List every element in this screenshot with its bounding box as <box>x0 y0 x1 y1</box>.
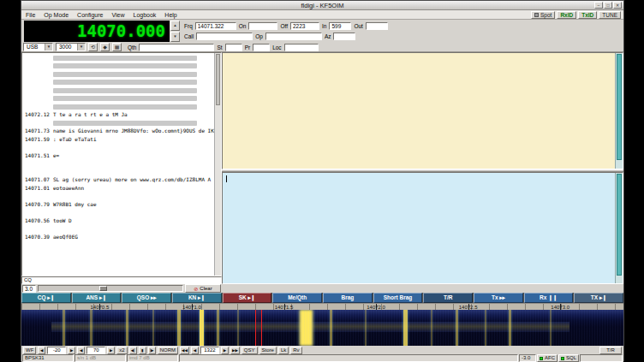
menu-logbook[interactable]: Logbook <box>128 12 160 18</box>
shift-left-button[interactable]: ◀| <box>129 347 137 354</box>
tx-rx-button[interactable]: T/R <box>599 347 622 354</box>
lock-tx-freq-button[interactable]: Lk <box>278 347 289 354</box>
waterfall[interactable] <box>21 310 623 346</box>
macro-button-5[interactable]: SK ▸❙ <box>223 293 272 303</box>
afc-toggle[interactable]: AFC <box>537 354 558 362</box>
signal-browser[interactable]: 14072.12T te a ra t rt e a tM Ja14071.73… <box>21 52 222 276</box>
menu-file[interactable]: File <box>21 12 39 18</box>
wf-mode-button[interactable]: WF <box>23 347 36 354</box>
maximize-button[interactable]: □ <box>604 2 612 9</box>
browser-row[interactable]: 14071.01eotoaeeAnn <box>22 184 214 193</box>
reverse-button[interactable]: Rv <box>290 347 301 354</box>
slider-thumb[interactable] <box>99 286 107 291</box>
txid-button[interactable]: TxID <box>578 11 597 19</box>
minimize-button[interactable]: – <box>594 2 603 9</box>
scrollbar-thumb[interactable] <box>617 174 622 276</box>
field-pr[interactable] <box>253 44 270 51</box>
macro-button-11[interactable]: Rx ❙❙ <box>524 293 574 303</box>
field-loc[interactable] <box>284 44 319 51</box>
tx-scrollbar[interactable] <box>615 173 623 283</box>
scrollbar-thumb[interactable] <box>617 54 622 160</box>
macro-button-1[interactable]: CQ ▸❙ <box>21 293 71 303</box>
squelch-value[interactable]: 3.0 <box>22 285 36 293</box>
macro-button-3[interactable]: QSO ▸▸ <box>122 293 171 303</box>
browser-row[interactable]: 14070.39aeoQf0EG <box>22 233 214 241</box>
browser-row[interactable]: 14071.59: eTaD eTaTati <box>22 135 214 144</box>
upper-signal-level[interactable]: -20 <box>47 347 66 354</box>
browser-row[interactable] <box>22 79 214 87</box>
browser-row[interactable] <box>22 103 214 111</box>
frequency-up-button[interactable]: ▲ <box>170 21 180 31</box>
sql-toggle[interactable]: SQL <box>558 354 579 362</box>
browser-row[interactable] <box>22 168 214 176</box>
range-down-button[interactable]: ◀ <box>77 347 85 354</box>
browser-row[interactable]: 14070.79W7R8B1 dmy cae <box>22 200 214 209</box>
browser-row[interactable] <box>22 62 214 71</box>
sweet-spot-button[interactable]: ◆ <box>100 43 110 51</box>
browser-row[interactable]: 14071.73 name is Giovanni mrno JM88DVfo:… <box>22 128 214 136</box>
macro-button-7[interactable]: Brag <box>323 293 373 303</box>
browser-row[interactable] <box>22 144 214 152</box>
field-call[interactable] <box>196 33 253 40</box>
freq-fine-up-button[interactable]: ▶ <box>221 347 229 354</box>
center-signal-button[interactable]: ▮ <box>139 347 146 354</box>
bandwidth-select[interactable]: 3000▼ <box>56 43 86 51</box>
qsy-button[interactable]: QSY <box>242 347 258 354</box>
memory-button[interactable]: ▦ <box>112 43 122 51</box>
field-op[interactable] <box>265 33 322 40</box>
signal-range[interactable]: 70 <box>86 347 105 354</box>
shift-right-button[interactable]: |▶ <box>148 347 156 354</box>
restore-frequency-button[interactable]: ⟲ <box>88 43 98 51</box>
upper-level-down-button[interactable]: ◀ <box>38 347 45 354</box>
title-bar[interactable]: fldigi - KF5OIM – □ ✕ <box>21 1 623 10</box>
tx-text-pane[interactable] <box>222 172 623 284</box>
sideband-select[interactable]: USB▼ <box>23 43 53 51</box>
seek-regex-field[interactable]: CQ <box>21 276 222 284</box>
macro-button-9[interactable]: T/R <box>423 293 473 303</box>
clear-browser-button[interactable]: ⊘Clear <box>185 284 221 293</box>
rx-text-pane[interactable] <box>222 52 623 169</box>
frequency-display[interactable]: 14070.000 <box>24 21 170 42</box>
scrollbar-thumb[interactable] <box>216 54 220 105</box>
browser-row[interactable] <box>22 209 214 217</box>
browser-row[interactable]: 14071.07SL ag (sorry ureau) more on www.… <box>22 176 214 185</box>
spot-toggle[interactable]: Spot <box>531 11 555 19</box>
squelch-slider[interactable] <box>38 285 183 292</box>
field-in[interactable]: 599 <box>329 22 351 30</box>
browser-row[interactable]: 14070.56tooW D <box>22 217 214 225</box>
tune-button[interactable]: TUNE <box>599 11 621 19</box>
browser-row[interactable]: 14071.51e= <box>22 151 214 160</box>
freq-coarse-up-button[interactable]: ▶▶ <box>230 347 240 354</box>
browser-row[interactable] <box>22 119 214 128</box>
range-up-button[interactable]: ▶ <box>107 347 115 354</box>
browser-row[interactable] <box>22 70 214 79</box>
menu-view[interactable]: View <box>107 12 128 18</box>
menu-help[interactable]: Help <box>160 12 181 18</box>
browser-row[interactable] <box>22 95 214 104</box>
zoom-button[interactable]: x2 <box>116 347 127 354</box>
field-st[interactable] <box>225 44 242 51</box>
frequency-down-button[interactable]: ▼ <box>170 32 180 42</box>
macro-button-4[interactable]: KN ▸❙ <box>172 293 222 303</box>
macro-button-2[interactable]: ANS ▸❙ <box>72 293 122 303</box>
freq-coarse-down-button[interactable]: ◀◀ <box>180 347 189 354</box>
mode-indicator[interactable]: BPSK31 <box>22 354 74 362</box>
field-out[interactable] <box>366 22 388 30</box>
wf-speed-button[interactable]: NORM <box>158 347 178 354</box>
browser-scrollbar[interactable] <box>214 53 221 276</box>
macro-button-6[interactable]: Me/Qth <box>272 293 322 303</box>
rxid-button[interactable]: RxID <box>557 11 576 19</box>
browser-row[interactable] <box>22 160 214 169</box>
field-off[interactable]: 2223 <box>290 22 319 30</box>
field-frq[interactable]: 14071.322 <box>195 22 236 30</box>
browser-row[interactable]: 14072.12T te a ra t rt e a tM Ja <box>22 111 214 120</box>
browser-row[interactable] <box>22 54 214 62</box>
browser-row[interactable] <box>22 193 214 201</box>
audio-frequency[interactable]: 1322 <box>200 347 219 354</box>
browser-row[interactable] <box>22 225 214 234</box>
store-button[interactable]: Store <box>259 347 277 354</box>
field-on[interactable] <box>248 22 277 30</box>
field-qth[interactable] <box>139 44 214 51</box>
macro-button-12[interactable]: TX ▸❙ <box>574 293 623 303</box>
macro-button-8[interactable]: Short Brag <box>373 293 423 303</box>
